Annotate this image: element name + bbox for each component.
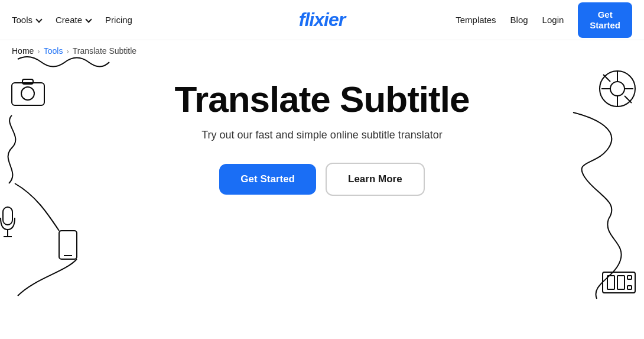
hero-learn-more-button[interactable]: Learn More: [326, 163, 425, 196]
svg-rect-19: [627, 276, 632, 279]
nav-pricing[interactable]: Pricing: [105, 15, 132, 25]
nav-create[interactable]: Create: [56, 15, 91, 25]
svg-rect-16: [603, 272, 635, 293]
nav-templates-label: Templates: [456, 15, 496, 25]
nav-templates[interactable]: Templates: [456, 15, 496, 25]
chevron-down-icon: [35, 16, 42, 22]
nav-left: Tools Create Pricing: [12, 15, 132, 25]
hero-subtitle: Try out our fast and simple online subti…: [201, 129, 443, 141]
svg-rect-17: [607, 276, 614, 289]
page-title: Translate Subtitle: [175, 79, 470, 120]
nav-blog-label: Blog: [510, 15, 528, 25]
hero-section: Translate Subtitle Try out our fast and …: [0, 62, 644, 208]
nav-pricing-label: Pricing: [105, 15, 132, 25]
breadcrumb-sep-2: ›: [66, 47, 69, 56]
nav-tools[interactable]: Tools: [12, 15, 41, 25]
navbar: Tools Create Pricing flixier Templates B…: [0, 0, 644, 40]
nav-blog[interactable]: Blog: [510, 15, 528, 25]
nav-get-started-button[interactable]: GetStarted: [578, 2, 632, 38]
svg-rect-18: [617, 276, 625, 289]
breadcrumb-sep-1: ›: [37, 47, 40, 56]
nav-tools-label: Tools: [12, 15, 32, 25]
nav-right: Templates Blog Login GetStarted: [456, 2, 632, 38]
breadcrumb-tools[interactable]: Tools: [44, 46, 63, 56]
nav-login[interactable]: Login: [542, 15, 564, 25]
hero-get-started-button[interactable]: Get Started: [219, 164, 316, 195]
hero-buttons: Get Started Learn More: [219, 163, 424, 196]
svg-rect-3: [3, 207, 12, 225]
breadcrumb-current: Translate Subtitle: [73, 46, 136, 56]
svg-rect-20: [627, 286, 632, 289]
breadcrumb: Home › Tools › Translate Subtitle: [0, 40, 644, 62]
nav-login-label: Login: [542, 15, 564, 25]
breadcrumb-home[interactable]: Home: [12, 46, 34, 56]
svg-rect-6: [59, 231, 77, 259]
nav-create-label: Create: [56, 15, 82, 25]
chevron-down-icon: [85, 16, 92, 22]
site-logo[interactable]: flixier: [299, 9, 345, 31]
